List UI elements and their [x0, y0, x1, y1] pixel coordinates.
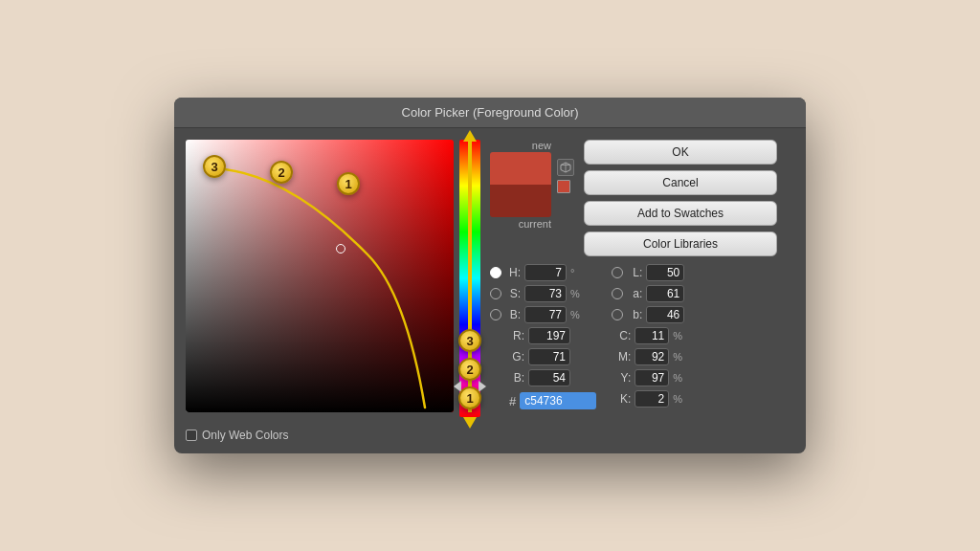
- green-input[interactable]: [528, 348, 570, 365]
- spectrum-container: 3 2 1: [459, 140, 480, 417]
- annotation-circle-1-spectrum: 1: [458, 386, 481, 409]
- cmyk-c-unit: %: [673, 330, 684, 342]
- current-label: current: [519, 218, 551, 230]
- brightness-radio[interactable]: [490, 309, 501, 320]
- green-row: G:: [490, 348, 596, 365]
- lab-b-input[interactable]: [646, 306, 684, 323]
- dialog-body: 3 2 1: [174, 128, 806, 453]
- cmyk-c-input[interactable]: [635, 327, 669, 344]
- cmyk-y-row: Y: %: [612, 369, 684, 386]
- hex-row: #: [490, 392, 596, 409]
- lab-a-row: a:: [612, 285, 684, 302]
- lab-a-radio[interactable]: [612, 288, 623, 299]
- yellow-arrow-up: [463, 130, 477, 142]
- saturation-radio[interactable]: [490, 288, 501, 299]
- saturation-row: S: %: [490, 285, 596, 302]
- color-picker-dialog: Color Picker (Foreground Color): [174, 98, 806, 453]
- blue-input[interactable]: [528, 369, 570, 386]
- saturation-unit: %: [570, 288, 582, 299]
- hsb-rgb-fields: H: ° S: % B:: [490, 264, 596, 409]
- lab-b-label: b:: [627, 308, 642, 321]
- hex-input[interactable]: [520, 392, 596, 409]
- hue-input[interactable]: [524, 264, 567, 281]
- annotation-circle-3-spectrum: 3: [458, 329, 481, 352]
- left-section: 3 2 1: [186, 140, 480, 442]
- red-row: R:: [490, 327, 596, 344]
- cmyk-m-label: M:: [612, 350, 631, 364]
- brightness-label: B:: [505, 308, 521, 321]
- color-fields-section: H: ° S: % B:: [490, 264, 777, 409]
- lab-b-radio[interactable]: [612, 309, 623, 320]
- saturation-input[interactable]: [524, 285, 567, 302]
- red-label: R:: [509, 329, 524, 342]
- hue-radio[interactable]: [490, 267, 501, 278]
- color-mini-swatch: [557, 180, 570, 193]
- red-input[interactable]: [528, 327, 570, 344]
- hash-symbol: #: [509, 394, 516, 408]
- new-color-swatch: [490, 152, 551, 185]
- dialog-title: Color Picker (Foreground Color): [402, 105, 579, 120]
- buttons-col: OK Cancel Add to Swatches Color Librarie…: [584, 140, 777, 256]
- cmyk-k-input[interactable]: [635, 390, 669, 408]
- new-label: new: [532, 140, 551, 151]
- cmyk-m-row: M: %: [612, 348, 684, 365]
- cube-icon-svg: [560, 162, 571, 173]
- hue-label: H:: [505, 266, 521, 279]
- green-label: G:: [509, 350, 524, 364]
- current-color-swatch: [490, 185, 551, 217]
- color-libraries-button[interactable]: Color Libraries: [584, 231, 777, 256]
- annotation-circle-2-spectrum: 2: [458, 358, 481, 381]
- top-controls: new current: [490, 140, 777, 256]
- cmyk-k-row: K: %: [612, 390, 684, 408]
- lab-a-label: a:: [627, 287, 642, 300]
- brightness-unit: %: [570, 309, 582, 320]
- cmyk-y-unit: %: [673, 372, 684, 384]
- blue-row: B:: [490, 369, 596, 386]
- brightness-input[interactable]: [524, 306, 567, 323]
- cmyk-k-unit: %: [673, 393, 684, 405]
- cmyk-k-label: K:: [612, 392, 631, 406]
- color-field[interactable]: [186, 140, 454, 412]
- lab-a-input[interactable]: [646, 285, 684, 302]
- title-bar: Color Picker (Foreground Color): [174, 98, 806, 128]
- only-web-colors-checkbox[interactable]: [186, 430, 197, 441]
- cmyk-c-row: C: %: [612, 327, 684, 344]
- cmyk-m-unit: %: [673, 351, 684, 363]
- lab-b-row: b:: [612, 306, 684, 323]
- lab-cmyk-fields: L: a: b:: [612, 264, 684, 409]
- preview-labels-col: new current: [490, 140, 551, 230]
- lab-l-radio[interactable]: [612, 267, 623, 278]
- annotation-circle-2-picker: 2: [270, 161, 293, 184]
- cmyk-y-label: Y:: [612, 371, 631, 385]
- cube-icon: [557, 159, 574, 176]
- swatch-icons: [557, 159, 574, 193]
- hue-row: H: °: [490, 264, 596, 281]
- lab-l-input[interactable]: [646, 264, 684, 281]
- only-web-colors-label: Only Web Colors: [202, 429, 288, 442]
- ok-button[interactable]: OK: [584, 140, 777, 165]
- lab-l-label: L:: [627, 266, 642, 279]
- annotation-circle-3-picker: 3: [203, 155, 226, 178]
- annotation-circle-1-picker: 1: [337, 172, 360, 195]
- blue-label: B:: [509, 371, 524, 385]
- cmyk-m-input[interactable]: [635, 348, 669, 365]
- yellow-arrow-down: [463, 417, 477, 429]
- lab-l-row: L:: [612, 264, 684, 281]
- picker-container: 3 2 1: [186, 140, 480, 417]
- hue-unit: °: [570, 267, 582, 278]
- saturation-label: S:: [505, 287, 521, 300]
- add-to-swatches-button[interactable]: Add to Swatches: [584, 201, 777, 226]
- spectrum-right-arrow: [479, 381, 486, 392]
- cmyk-y-input[interactable]: [635, 369, 669, 386]
- only-web-colors-row: Only Web Colors: [186, 429, 480, 442]
- right-section: new current: [490, 140, 777, 442]
- color-field-gradient-dark: [186, 140, 454, 412]
- cmyk-c-label: C:: [612, 329, 631, 342]
- color-preview-block: new current: [490, 140, 574, 230]
- brightness-row: B: %: [490, 306, 596, 323]
- cancel-button[interactable]: Cancel: [584, 170, 777, 195]
